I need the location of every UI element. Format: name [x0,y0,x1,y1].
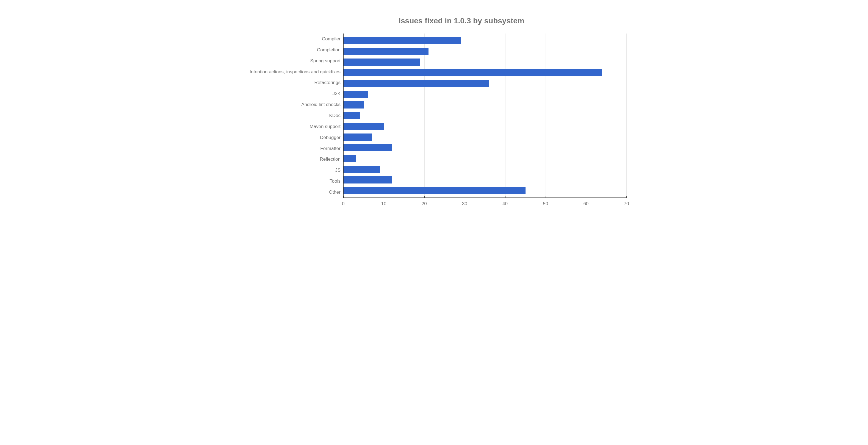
chart-area: CompilerCompletionSpring supportIntentio… [242,33,626,198]
y-axis-category-label: Maven support [242,121,341,132]
x-axis-tick-label: 0 [342,201,344,206]
y-axis-category-label: J2K [242,89,341,99]
bar [344,123,384,130]
bar [344,48,429,55]
gridline [626,33,627,197]
bar [344,69,602,76]
y-axis-category-label: Formatter [242,143,341,154]
bars-group [344,33,626,197]
y-axis-category-label: Refactorings [242,77,341,88]
bar [344,144,392,151]
bar-row [344,153,626,164]
bar-row [344,132,626,142]
bar-row [344,185,626,196]
bar [344,59,420,66]
y-axis-category-label: Completion [242,44,341,55]
x-axis-tick-label: 50 [543,201,548,206]
bar-row [344,67,626,78]
bar-row [344,110,626,121]
chart-title: Issues fixed in 1.0.3 by subsystem [242,17,626,25]
bar-row [344,164,626,174]
bar [344,80,489,87]
x-axis-tick-label: 70 [624,201,629,206]
plot-area [343,33,626,198]
y-axis-category-label: Debugger [242,132,341,143]
x-axis-tick-label: 20 [422,201,427,206]
x-tick-mark [586,196,586,198]
bar-row [344,35,626,46]
bar [344,166,380,173]
y-axis-category-label: KDoc [242,110,341,121]
y-axis-category-label: Intention actions, inspections and quick… [242,66,341,77]
x-tick-mark [465,196,465,198]
x-tick-mark [626,196,627,198]
x-axis-tick-label: 40 [502,201,508,206]
y-axis-category-label: Other [242,187,341,197]
bar-row [344,46,626,57]
y-axis-category-label: JS [242,165,341,176]
y-axis-category-label: Compiler [242,33,341,44]
bar-row [344,78,626,89]
bar [344,187,526,194]
x-axis-tick-label: 30 [462,201,467,206]
bar [344,133,372,141]
bar [344,112,360,119]
x-tick-mark [424,196,425,198]
bar-row [344,99,626,110]
x-axis-tick-label: 10 [381,201,386,206]
tick-marks [344,196,626,198]
y-axis-category-label: Android lint checks [242,99,341,110]
x-tick-mark [546,196,546,198]
y-axis-category-label: Spring support [242,56,341,66]
y-axis-category-label: Reflection [242,154,341,165]
bar-row [344,142,626,153]
bar [344,101,364,108]
bar-row [344,121,626,132]
bar [344,177,392,184]
x-axis-labels: 010203040506070 [343,201,626,208]
bar-row [344,57,626,67]
chart-container: Issues fixed in 1.0.3 by subsystem Compi… [242,17,626,208]
bar-row [344,174,626,185]
bar [344,91,368,98]
x-axis-tick-label: 60 [583,201,588,206]
bar [344,37,461,44]
x-tick-mark [505,196,505,198]
y-axis-labels: CompilerCompletionSpring supportIntentio… [242,33,343,198]
bar-row [344,89,626,99]
bar [344,155,356,162]
y-axis-category-label: Tools [242,176,341,187]
